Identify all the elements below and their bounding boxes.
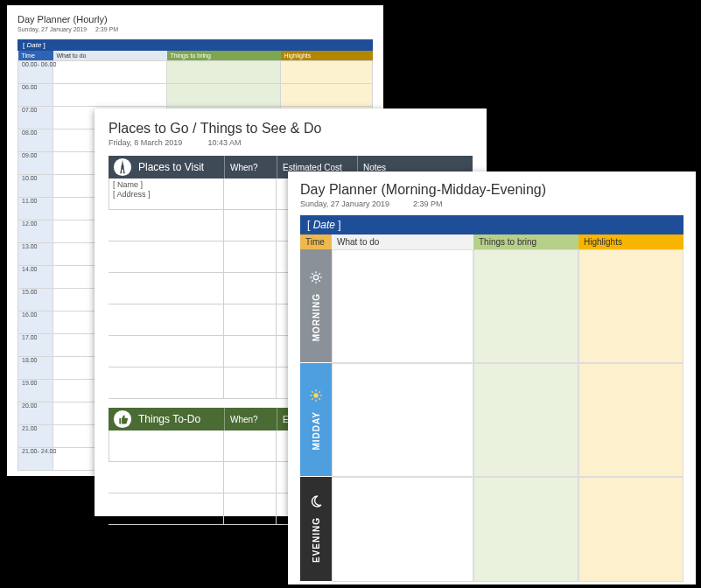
todo-cell (109, 462, 224, 494)
hourly-time-cell: 14.00 (18, 266, 53, 289)
places-date: Friday, 8 March 2019 (109, 138, 182, 147)
mme-col-what: What to do (332, 234, 473, 249)
hourly-time-cell: 15.00 (18, 289, 53, 312)
mme-date-label: Date (313, 219, 335, 231)
mme-morning-what (332, 249, 473, 363)
hourly-time-cell: 21.00- 24.00 (18, 448, 53, 471)
svg-line-19 (319, 392, 319, 393)
places-cell (224, 273, 277, 304)
mme-col-high: Highlights (578, 234, 683, 249)
mme-col-time: Time (300, 234, 332, 249)
hourly-time-cell: 09.00 (18, 152, 53, 175)
svg-line-18 (312, 399, 312, 400)
hourly-time-cell: 17.00 (18, 334, 53, 357)
mme-midday-bring (473, 363, 578, 477)
eiffel-icon (109, 156, 137, 178)
places-cell (224, 178, 277, 210)
mme-date-bar: Date (300, 215, 683, 234)
thumbs-up-icon (109, 408, 137, 430)
mme-morning-side: MORNING (300, 249, 332, 363)
places-cell (109, 242, 224, 273)
hourly-date-bar: Date (18, 39, 373, 51)
places-cell (224, 368, 277, 399)
places-cell (224, 242, 277, 273)
svg-line-17 (319, 399, 319, 400)
hourly-time-cell: 19.00 (18, 380, 53, 402)
hourly-time: 2:39 PM (95, 26, 118, 32)
todo-cell (224, 430, 277, 462)
mme-morning-label: MORNING (312, 293, 321, 341)
moon-icon (309, 494, 323, 508)
hourly-time-cell: 07.00 (18, 107, 53, 130)
places-addr-placeholder: [ Address ] (113, 190, 220, 200)
col-high: Highlights (281, 51, 373, 61)
todo-cell (224, 462, 277, 494)
hourly-bring-cell (167, 61, 281, 84)
hourly-time-cell: 12.00 (18, 220, 53, 243)
hourly-title: Day Planner (Hourly) (18, 14, 373, 24)
mme-evening-label: EVENING (312, 517, 321, 563)
mme-col-bring: Things to bring (473, 234, 578, 249)
places-name-placeholder: [ Name ] (113, 180, 220, 190)
places-visit-title: Places to Visit (137, 156, 224, 178)
mme-midday-side: MIDDAY (300, 363, 332, 477)
places-time: 10:43 AM (207, 138, 241, 147)
places-title: Places to Go / Things to See & Do (109, 121, 473, 136)
col-when: When? (224, 156, 277, 178)
mme-body: MORNING MIDDAY EVENING (300, 249, 683, 582)
todo-cell (224, 494, 277, 525)
todo-cell (109, 494, 224, 525)
svg-line-7 (312, 273, 312, 274)
mme-title: Day Planner (Morning-Midday-Evening) (300, 182, 683, 198)
hourly-high-cell (281, 61, 373, 84)
places-subtitle: Friday, 8 March 2019 10:43 AM (109, 138, 473, 147)
places-cell (224, 210, 277, 242)
mme-evening-side: EVENING (300, 477, 332, 582)
mme-columns: Time What to do Things to bring Highligh… (300, 234, 683, 249)
hourly-time-cell: 21.00 (18, 425, 53, 448)
hourly-time-cell: 06.00 (18, 84, 53, 107)
mme-evening-bring (473, 477, 578, 582)
mme-evening-high (578, 477, 683, 582)
hourly-date: Sunday, 27 January 2019 (18, 26, 87, 32)
places-cell (109, 210, 224, 242)
col-time: Time (18, 51, 53, 61)
todo-title: Things To-Do (137, 408, 224, 430)
hourly-date-label: Date (26, 41, 41, 49)
hourly-time-cell: 10.00 (18, 175, 53, 198)
hourly-time-cell: 00.00- 06.00 (18, 61, 53, 84)
svg-line-9 (312, 280, 312, 281)
places-cell (109, 336, 224, 368)
hourly-time-cell: 13.00 (18, 243, 53, 266)
col-what: What to do (53, 51, 167, 61)
places-cell (109, 273, 224, 304)
todo-col-when: When? (224, 408, 277, 430)
hourly-time-cell: 11.00 (18, 198, 53, 220)
col-bring: Things to bring (167, 51, 281, 61)
svg-point-2 (313, 275, 318, 279)
mme-morning-bring (473, 249, 578, 363)
svg-point-11 (313, 394, 318, 398)
places-cell (109, 304, 224, 336)
mme-card: Day Planner (Morning-Midday-Evening) Sun… (288, 172, 696, 584)
hourly-what-cell (53, 61, 167, 84)
places-cell (224, 304, 277, 336)
hourly-subtitle: Sunday, 27 January 2019 2:39 PM (18, 26, 373, 32)
todo-cell (109, 430, 224, 462)
places-cell (224, 336, 277, 368)
hourly-bring-cell (167, 84, 281, 107)
hourly-time-cell: 16.00 (18, 312, 53, 334)
table-row: 06.00 (18, 84, 373, 107)
svg-line-16 (312, 392, 312, 393)
mme-midday-what (332, 363, 473, 477)
hourly-what-cell (53, 84, 167, 107)
hourly-time-cell: 20.00 (18, 402, 53, 425)
places-cell: [ Name ][ Address ] (109, 178, 224, 210)
mme-evening-what (332, 477, 473, 582)
svg-line-10 (319, 273, 319, 274)
hourly-time-cell: 18.00 (18, 357, 53, 380)
mme-time: 2:39 PM (413, 200, 443, 208)
mme-midday-label: MIDDAY (312, 411, 321, 451)
hourly-time-cell: 08.00 (18, 130, 53, 152)
mme-morning-high (578, 249, 683, 363)
